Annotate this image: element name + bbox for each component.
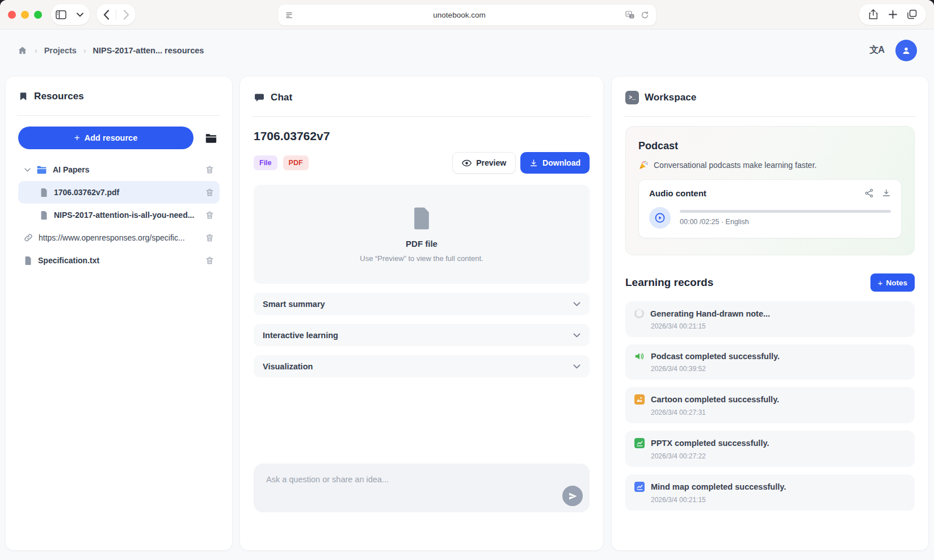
tree-item-label: NIPS-2017-attention-is-all-you-need... bbox=[54, 210, 203, 220]
chevron-down-icon bbox=[573, 364, 580, 369]
zoom-window-button[interactable] bbox=[34, 11, 42, 19]
play-icon bbox=[654, 212, 666, 224]
svg-text:文: 文 bbox=[630, 15, 634, 18]
preview-button[interactable]: Preview bbox=[452, 152, 516, 174]
resources-panel: Resources + Add resource AI Papers bbox=[6, 77, 232, 550]
tree-item-label: https://www.openresponses.org/specific..… bbox=[39, 233, 203, 242]
folder-icon bbox=[36, 165, 47, 174]
chat-input-box bbox=[254, 464, 590, 512]
reader-icon[interactable] bbox=[285, 11, 293, 19]
chat-panel: Chat 1706.03762v7 File PDF Preview Downl… bbox=[240, 77, 603, 550]
share-icon[interactable] bbox=[864, 4, 883, 25]
address-bar[interactable]: unotebook.com A 文 bbox=[278, 5, 656, 26]
traffic-lights bbox=[8, 11, 42, 19]
chat-input[interactable] bbox=[254, 464, 590, 512]
chevron-down-icon bbox=[573, 333, 580, 338]
browser-window: unotebook.com A 文 bbox=[0, 0, 934, 560]
record-pptx[interactable]: PPTX completed successfully. 2026/3/4 00… bbox=[625, 431, 915, 467]
audio-card: Audio content 00:00 /02:25 · English bbox=[638, 179, 902, 238]
minimize-window-button[interactable] bbox=[21, 11, 29, 19]
divider bbox=[253, 116, 591, 117]
record-hand-drawn-note[interactable]: Generating Hand-drawn note... 2026/3/4 0… bbox=[625, 301, 915, 337]
audio-title: Audio content bbox=[649, 188, 706, 198]
pdf-placeholder-card: PDF file Use “Preview” to view the full … bbox=[254, 185, 590, 284]
eye-icon bbox=[462, 159, 472, 167]
add-resource-button[interactable]: + Add resource bbox=[18, 127, 193, 149]
link-icon bbox=[24, 233, 33, 242]
learning-records-list: Generating Hand-drawn note... 2026/3/4 0… bbox=[625, 301, 915, 511]
chart-board-blue-icon bbox=[634, 482, 645, 492]
reload-icon[interactable] bbox=[641, 11, 649, 19]
learning-records-title: Learning records bbox=[625, 276, 713, 289]
language-switch-icon[interactable]: 文A bbox=[869, 44, 884, 56]
section-interactive-learning[interactable]: Interactive learning bbox=[254, 324, 590, 346]
download-button[interactable]: Download bbox=[520, 152, 590, 174]
resources-title: Resources bbox=[34, 91, 84, 102]
translate-icon[interactable]: A 文 bbox=[625, 11, 635, 19]
tree-item-label: AI Papers bbox=[53, 165, 203, 174]
breadcrumb-item-current: NIPS-2017-atten... resources bbox=[93, 46, 204, 55]
home-icon[interactable] bbox=[17, 45, 28, 56]
trash-icon[interactable] bbox=[203, 186, 216, 199]
party-popper-icon bbox=[638, 160, 649, 170]
record-cartoon[interactable]: Cartoon completed successfully. 2026/3/4… bbox=[625, 387, 915, 423]
send-icon bbox=[568, 491, 578, 501]
section-visualization[interactable]: Visualization bbox=[254, 355, 590, 377]
resource-tree: AI Papers 1706.03762v7.pdf NIPS-2017-att… bbox=[18, 158, 220, 272]
section-smart-summary[interactable]: Smart summary bbox=[254, 293, 590, 315]
pdf-card-title: PDF file bbox=[406, 239, 437, 249]
avatar[interactable] bbox=[895, 40, 917, 61]
chevron-down-icon[interactable] bbox=[23, 168, 32, 172]
forward-button[interactable] bbox=[116, 4, 136, 25]
trash-icon[interactable] bbox=[203, 254, 216, 267]
tab-overview-icon[interactable] bbox=[902, 4, 922, 25]
record-mind-map[interactable]: Mind map completed successfully. 2026/3/… bbox=[625, 474, 915, 511]
pdf-card-hint: Use “Preview” to view the full content. bbox=[360, 254, 483, 263]
url-text[interactable]: unotebook.com bbox=[293, 11, 625, 19]
record-podcast[interactable]: Podcast completed successfully. 2026/3/4… bbox=[625, 344, 915, 380]
divider bbox=[17, 115, 221, 116]
tree-item-folder[interactable]: AI Papers bbox=[18, 158, 220, 181]
chat-bubble-icon bbox=[254, 92, 265, 103]
trash-icon[interactable] bbox=[203, 231, 216, 245]
plus-icon: + bbox=[878, 278, 883, 288]
toolbar-right bbox=[859, 4, 926, 25]
podcast-card: Podcast Conversational podcasts make lea… bbox=[625, 126, 915, 255]
file-type-badge: File bbox=[254, 155, 277, 170]
tree-item-link[interactable]: https://www.openresponses.org/specific..… bbox=[18, 226, 220, 249]
new-tab-icon[interactable] bbox=[883, 4, 902, 25]
breadcrumb-bar: › Projects › NIPS-2017-atten... resource… bbox=[0, 30, 934, 71]
share-nodes-icon[interactable] bbox=[864, 188, 874, 198]
plus-icon: + bbox=[74, 132, 80, 144]
record-timestamp: 2026/3/4 00:21:15 bbox=[651, 496, 906, 504]
breadcrumb-item-projects[interactable]: Projects bbox=[44, 46, 77, 55]
download-audio-icon[interactable] bbox=[882, 188, 891, 197]
terminal-icon: >_ bbox=[625, 91, 639, 104]
back-button[interactable] bbox=[96, 4, 116, 25]
folder-manage-button[interactable] bbox=[203, 130, 220, 146]
folder-dark-icon bbox=[205, 133, 217, 144]
sidebar-toggle-group bbox=[51, 4, 90, 25]
browser-chrome: unotebook.com A 文 bbox=[0, 0, 934, 30]
document-title: 1706.03762v7 bbox=[254, 129, 590, 143]
tree-item-file[interactable]: Specification.txt bbox=[18, 249, 220, 272]
tree-item-label: 1706.03762v7.pdf bbox=[54, 188, 203, 197]
trash-icon[interactable] bbox=[203, 163, 216, 176]
tree-item-label: Specification.txt bbox=[38, 256, 203, 265]
close-window-button[interactable] bbox=[8, 11, 16, 19]
workspace-title: Workspace bbox=[645, 92, 696, 103]
tree-item-file[interactable]: NIPS-2017-attention-is-all-you-need... bbox=[18, 204, 220, 226]
download-icon bbox=[529, 159, 538, 167]
notes-button[interactable]: + Notes bbox=[870, 273, 915, 292]
sidebar-chevron-down-icon[interactable] bbox=[70, 4, 90, 25]
trash-icon[interactable] bbox=[203, 208, 216, 222]
sidebar-toggle-icon[interactable] bbox=[51, 4, 70, 25]
tree-item-file-selected[interactable]: 1706.03762v7.pdf bbox=[18, 181, 220, 204]
pdf-badge: PDF bbox=[283, 155, 309, 170]
send-button[interactable] bbox=[562, 486, 583, 506]
breadcrumb-separator: › bbox=[83, 46, 86, 55]
progress-bar[interactable] bbox=[680, 210, 891, 213]
record-timestamp: 2026/3/4 00:21:15 bbox=[651, 322, 906, 330]
file-icon bbox=[40, 188, 48, 197]
play-button[interactable] bbox=[649, 207, 671, 229]
